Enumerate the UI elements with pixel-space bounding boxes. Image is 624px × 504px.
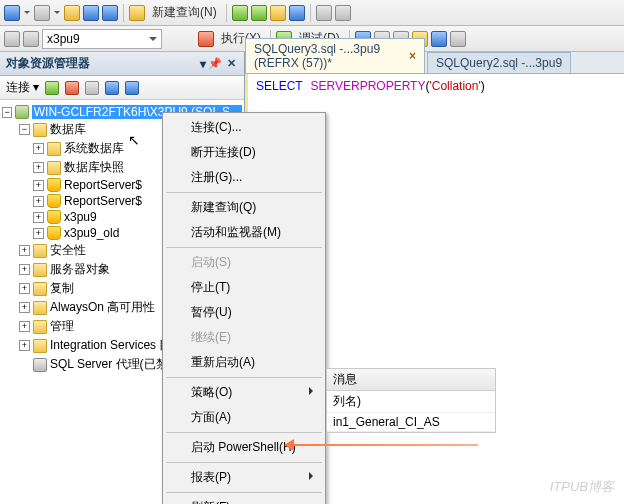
- menu-refresh[interactable]: 刷新(F): [165, 495, 323, 504]
- stop-icon[interactable]: [85, 81, 99, 95]
- expand-icon[interactable]: +: [33, 212, 44, 223]
- open-icon[interactable]: [34, 5, 50, 21]
- filter-icon[interactable]: [125, 81, 139, 95]
- new-query-button[interactable]: 新建查询(N): [148, 4, 221, 21]
- tab-label: SQLQuery3.sql -...3pu9 (REFRX (57))*: [254, 42, 405, 70]
- folder-icon[interactable]: [64, 5, 80, 21]
- expand-icon[interactable]: +: [33, 143, 44, 154]
- results-tab[interactable]: 消息: [327, 369, 495, 391]
- menu-resume: 继续(E): [165, 325, 323, 350]
- tree-label: ReportServer$: [64, 194, 142, 208]
- menu-connect[interactable]: 连接(C)...: [165, 115, 323, 140]
- agent-icon: [33, 358, 47, 372]
- execute-icon[interactable]: [198, 31, 214, 47]
- expand-icon[interactable]: +: [19, 245, 30, 256]
- combo-value: x3pu9: [47, 32, 80, 46]
- menu-pause[interactable]: 暂停(U): [165, 300, 323, 325]
- folder-icon: [33, 123, 47, 137]
- close-icon[interactable]: ✕: [224, 57, 238, 71]
- server-icon: [15, 105, 28, 119]
- tb-icon[interactable]: [289, 5, 305, 21]
- tb-icon[interactable]: [335, 5, 351, 21]
- database-icon: [47, 178, 61, 192]
- folder-icon: [33, 339, 47, 353]
- panel-title: 对象资源管理器: [6, 55, 90, 72]
- menu-start: 启动(S): [165, 250, 323, 275]
- results-fragment: 消息 列名) in1_General_CI_AS: [326, 368, 496, 433]
- tree-label: 服务器对象: [50, 261, 110, 278]
- editor-tabs: SQLQuery3.sql -...3pu9 (REFRX (57))*× SQ…: [245, 52, 624, 74]
- expand-icon[interactable]: +: [19, 302, 30, 313]
- folder-icon: [33, 282, 47, 296]
- tab-label: SQLQuery2.sql -...3pu9: [436, 56, 562, 70]
- tab-query3[interactable]: SQLQuery3.sql -...3pu9 (REFRX (57))*×: [245, 38, 425, 73]
- menu-activity-monitor[interactable]: 活动和监视器(M): [165, 220, 323, 245]
- dropdown-icon[interactable]: [53, 8, 61, 17]
- sql-keyword: SELECT: [256, 79, 303, 93]
- tree-label: x3pu9_old: [64, 226, 119, 240]
- tree-label: 系统数据库: [64, 140, 124, 157]
- expand-icon[interactable]: +: [19, 283, 30, 294]
- collapse-icon[interactable]: −: [19, 124, 30, 135]
- expand-icon[interactable]: +: [19, 340, 30, 351]
- database-combo[interactable]: x3pu9: [42, 29, 162, 49]
- tb-icon[interactable]: [232, 5, 248, 21]
- disconnect-icon[interactable]: [65, 81, 79, 95]
- menu-register[interactable]: 注册(G)...: [165, 165, 323, 190]
- menu-reports[interactable]: 报表(P): [165, 465, 323, 490]
- expand-icon[interactable]: +: [33, 162, 44, 173]
- menu-policies[interactable]: 策略(O): [165, 380, 323, 405]
- collapse-icon[interactable]: −: [2, 107, 12, 118]
- folder-icon: [47, 161, 61, 175]
- tb-icon[interactable]: [450, 31, 466, 47]
- tree-label: 复制: [50, 280, 74, 297]
- results-column: 列名): [327, 391, 495, 413]
- tb-icon[interactable]: [316, 5, 332, 21]
- tb-icon[interactable]: [431, 31, 447, 47]
- sql-string: 'Collation': [429, 79, 480, 93]
- project-icon[interactable]: [4, 5, 20, 21]
- new-query-icon[interactable]: [129, 5, 145, 21]
- database-icon: [47, 210, 61, 224]
- close-icon[interactable]: ×: [409, 49, 416, 63]
- dropdown-icon[interactable]: ▾: [200, 57, 206, 71]
- menu-restart[interactable]: 重新启动(A): [165, 350, 323, 375]
- panel-titlebar: 对象资源管理器 ▾ 📌 ✕: [0, 52, 244, 76]
- tb-icon[interactable]: [23, 31, 39, 47]
- tb-icon[interactable]: [270, 5, 286, 21]
- tb-icon[interactable]: [251, 5, 267, 21]
- tree-label: 安全性: [50, 242, 86, 259]
- expand-icon[interactable]: +: [19, 264, 30, 275]
- sql-paren: ): [481, 79, 485, 93]
- tree-label: 数据库: [50, 121, 86, 138]
- dropdown-icon[interactable]: [23, 8, 31, 17]
- save-icon[interactable]: [83, 5, 99, 21]
- main-toolbar: 新建查询(N): [0, 0, 624, 26]
- folder-icon: [33, 244, 47, 258]
- connect-button[interactable]: 连接 ▾: [6, 79, 39, 96]
- refresh-icon[interactable]: [105, 81, 119, 95]
- pin-icon[interactable]: 📌: [208, 57, 222, 71]
- tree-label: AlwaysOn 高可用性: [50, 299, 155, 316]
- watermark: ITPUB博客: [550, 478, 614, 496]
- database-icon: [47, 194, 61, 208]
- menu-facets[interactable]: 方面(A): [165, 405, 323, 430]
- menu-new-query[interactable]: 新建查询(Q): [165, 195, 323, 220]
- connect-icon[interactable]: [45, 81, 59, 95]
- menu-stop[interactable]: 停止(T): [165, 275, 323, 300]
- sql-function: SERVERPROPERTY: [311, 79, 426, 93]
- expand-icon[interactable]: +: [33, 228, 44, 239]
- folder-icon: [33, 320, 47, 334]
- expand-icon[interactable]: +: [33, 180, 44, 191]
- expand-icon[interactable]: +: [33, 196, 44, 207]
- expand-icon[interactable]: +: [19, 321, 30, 332]
- saveall-icon[interactable]: [102, 5, 118, 21]
- menu-powershell[interactable]: 启动 PowerShell(H): [165, 435, 323, 460]
- tab-query2[interactable]: SQLQuery2.sql -...3pu9: [427, 52, 571, 73]
- tree-label: 数据库快照: [64, 159, 124, 176]
- tb-icon[interactable]: [4, 31, 20, 47]
- tree-label: x3pu9: [64, 210, 97, 224]
- menu-disconnect[interactable]: 断开连接(D): [165, 140, 323, 165]
- tree-label: 管理: [50, 318, 74, 335]
- connect-toolbar: 连接 ▾: [0, 76, 244, 100]
